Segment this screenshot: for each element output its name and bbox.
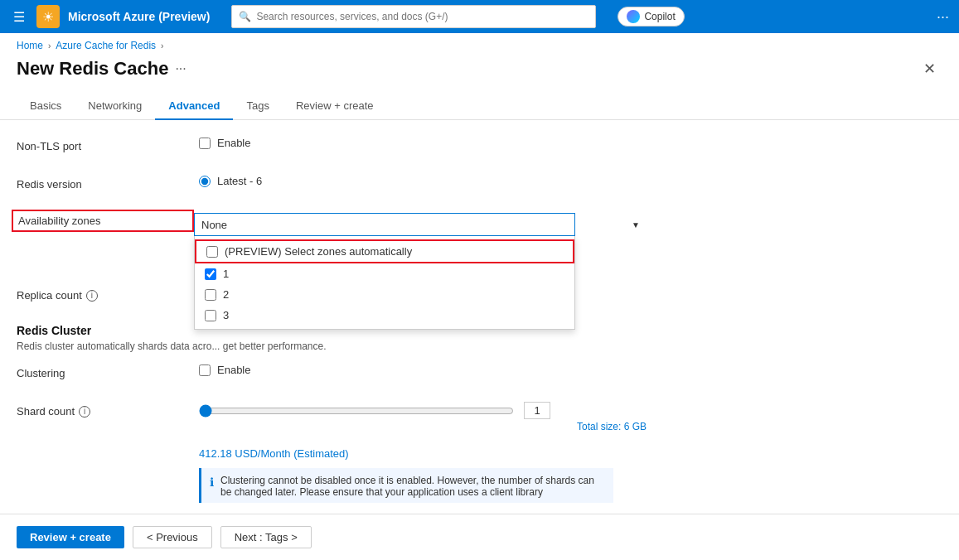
dropdown-option-auto[interactable]: (PREVIEW) Select zones automatically: [195, 239, 574, 263]
hamburger-menu[interactable]: ☰: [10, 6, 28, 28]
close-button[interactable]: ✕: [917, 58, 942, 80]
shard-count-label: Shard count i: [17, 402, 199, 418]
redis-version-label: Redis version: [17, 175, 199, 191]
redis-cluster-desc: Redis cluster automatically shards data …: [17, 340, 431, 352]
replica-count-label: Replica count i: [17, 286, 199, 302]
info-banner-message: Clustering cannot be disabled once it is…: [220, 475, 605, 498]
search-icon: 🔍: [239, 11, 251, 22]
top-navigation: ☰ ☀ Microsoft Azure (Preview) 🔍 Copilot …: [0, 0, 959, 33]
dropdown-option-auto-label: (PREVIEW) Select zones automatically: [225, 245, 412, 258]
shard-count-row: Shard count i 1 Total size: 6 GB: [17, 402, 647, 432]
main-scroll-area: Non-TLS port Enable Redis version Latest…: [0, 120, 959, 509]
page-header-more-icon[interactable]: ···: [175, 61, 186, 76]
tab-advanced[interactable]: Advanced: [155, 93, 233, 120]
total-size-label: Total size: 6 GB: [199, 421, 647, 432]
dropdown-option-2[interactable]: 2: [195, 284, 574, 305]
dropdown-option-3-label: 3: [223, 309, 229, 321]
info-banner: ℹ Clustering cannot be disabled once it …: [199, 468, 613, 503]
redis-version-radio-label: Latest - 6: [217, 175, 262, 187]
info-banner-icon: ℹ: [210, 476, 214, 489]
availability-zones-row: Availability zones None ▼ (PREVIEW) Sele…: [17, 213, 647, 236]
non-tls-port-row: Non-TLS port Enable: [17, 137, 647, 160]
tab-tags[interactable]: Tags: [233, 93, 282, 120]
page-title: New Redis Cache: [17, 58, 168, 80]
breadcrumb-sep-2: ›: [161, 41, 163, 51]
shard-count-control: 1 Total size: 6 GB: [199, 402, 647, 432]
shard-count-value: 1: [524, 402, 550, 419]
non-tls-port-checkbox-label: Enable: [217, 137, 250, 149]
clustering-label: Clustering: [17, 364, 199, 379]
redis-version-control: Latest - 6: [199, 175, 647, 187]
dropdown-option-3-checkbox[interactable]: [205, 310, 216, 321]
breadcrumb-sep-1: ›: [48, 41, 51, 51]
dropdown-option-1-label: 1: [223, 268, 229, 280]
main-content: Non-TLS port Enable Redis version Latest…: [0, 120, 663, 503]
tab-bar: Basics Networking Advanced Tags Review +…: [0, 93, 959, 120]
availability-zones-dropdown-container: None ▼ (PREVIEW) Select zones automatica…: [194, 213, 647, 236]
copilot-button[interactable]: Copilot: [618, 7, 684, 27]
clustering-checkbox[interactable]: [199, 364, 211, 376]
clustering-checkbox-item: Enable: [199, 364, 647, 376]
availability-zones-label: Availability zones: [12, 210, 194, 232]
azure-logo-icon: ☀: [36, 5, 60, 28]
tab-networking[interactable]: Networking: [75, 93, 155, 120]
replica-count-info-icon[interactable]: i: [86, 290, 98, 302]
breadcrumb: Home › Azure Cache for Redis ›: [0, 33, 959, 55]
redis-version-radio-item: Latest - 6: [199, 175, 647, 187]
non-tls-port-control: Enable: [199, 137, 647, 152]
search-bar[interactable]: 🔍: [231, 5, 596, 28]
shard-count-info-icon[interactable]: i: [79, 406, 90, 418]
breadcrumb-home[interactable]: Home: [17, 40, 43, 51]
availability-zones-dropdown[interactable]: None: [194, 213, 575, 236]
copilot-label: Copilot: [644, 11, 675, 22]
shard-count-slider-row: 1: [199, 402, 647, 419]
chevron-down-icon: ▼: [632, 220, 640, 229]
dropdown-option-2-checkbox[interactable]: [205, 289, 216, 301]
redis-version-row: Redis version Latest - 6: [17, 175, 647, 198]
shard-count-slider[interactable]: [199, 404, 514, 418]
dropdown-option-3[interactable]: 3: [195, 305, 574, 326]
availability-zones-dropdown-panel: (PREVIEW) Select zones automatically 1 2: [194, 236, 575, 330]
non-tls-port-checkbox[interactable]: [199, 138, 211, 149]
dropdown-option-1-checkbox[interactable]: [205, 268, 216, 280]
dropdown-option-1[interactable]: 1: [195, 263, 574, 284]
availability-zones-control: None ▼ (PREVIEW) Select zones automatica…: [194, 213, 647, 236]
tab-review-create[interactable]: Review + create: [283, 93, 387, 120]
page-header: New Redis Cache ··· ✕: [0, 55, 959, 93]
dropdown-option-2-label: 2: [223, 288, 229, 301]
app-title: Microsoft Azure (Preview): [68, 10, 210, 23]
non-tls-port-label: Non-TLS port: [17, 137, 199, 152]
clustering-checkbox-label: Enable: [217, 364, 250, 376]
clustering-control: Enable: [199, 364, 647, 379]
tab-basics[interactable]: Basics: [17, 93, 75, 120]
clustering-row: Clustering Enable: [17, 364, 647, 387]
copilot-icon: [627, 10, 640, 23]
price-estimate: 412.18 USD/Month (Estimated): [199, 447, 647, 460]
search-input[interactable]: [256, 11, 588, 22]
breadcrumb-service[interactable]: Azure Cache for Redis: [56, 40, 156, 51]
dropdown-option-auto-checkbox[interactable]: [206, 246, 218, 258]
more-options-icon[interactable]: ···: [937, 8, 949, 26]
redis-version-radio[interactable]: [199, 176, 211, 187]
non-tls-port-checkbox-item: Enable: [199, 137, 647, 149]
